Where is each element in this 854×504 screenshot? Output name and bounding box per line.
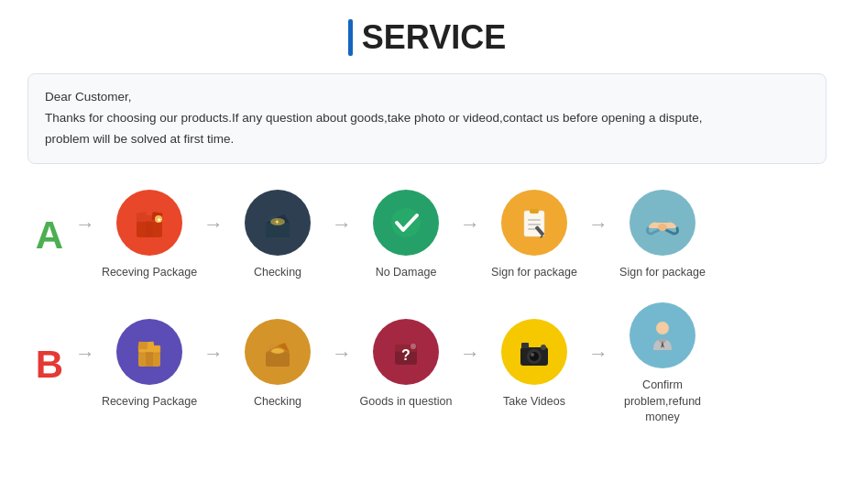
flow-b: B → Receving Package →	[27, 302, 827, 426]
title-accent-bar	[348, 19, 353, 56]
arrow-a4: →	[588, 213, 608, 258]
svg-rect-2	[136, 212, 147, 221]
svg-rect-4	[146, 221, 153, 237]
icon-sign-orange	[501, 190, 567, 256]
step-b5: Confirm problem,refund money	[612, 302, 713, 426]
step-a1: ★ Receving Package	[99, 190, 200, 281]
step-a2: ✦ Checking	[227, 190, 328, 281]
icon-question-darkred: ?	[373, 319, 439, 385]
notice-line3: problem will be solved at first time.	[45, 129, 809, 150]
icon-camera-yellow	[501, 319, 567, 385]
flow-b-label: B	[27, 343, 71, 387]
step-a5-label: Sign for package	[619, 265, 706, 281]
svg-point-39	[656, 322, 669, 334]
step-a5: Sign for package	[612, 190, 713, 281]
flow-a: A → ★ Receving Package →	[27, 190, 827, 281]
notice-line2: Thanks for choosing our products.If any …	[45, 108, 809, 129]
svg-text:✦: ✦	[274, 218, 280, 226]
flow-a-label: A	[27, 214, 71, 257]
svg-rect-27	[266, 352, 290, 367]
svg-rect-26	[138, 341, 148, 349]
arrow-a3: →	[460, 213, 480, 258]
icon-box-red: ★	[116, 190, 182, 256]
arrow-b4: →	[588, 342, 608, 388]
step-a2-label: Checking	[254, 265, 301, 281]
icon-handshake-blue	[630, 190, 695, 256]
svg-rect-15	[528, 219, 541, 221]
svg-rect-17	[528, 228, 536, 230]
step-a4-label: Sign for package	[491, 265, 577, 281]
svg-point-36	[531, 353, 534, 356]
arrow-b1: →	[203, 342, 224, 388]
arrow-a0: →	[75, 213, 95, 258]
arrow-b0: →	[75, 342, 95, 388]
step-b4: Take Videos	[484, 319, 585, 411]
svg-rect-16	[528, 224, 541, 225]
svg-text:?: ?	[401, 347, 411, 363]
svg-rect-23	[146, 352, 153, 367]
step-b4-label: Take Videos	[503, 394, 565, 411]
arrow-b3: →	[460, 342, 480, 388]
icon-box-golden	[245, 319, 311, 385]
svg-point-38	[541, 345, 546, 350]
svg-point-20	[658, 224, 667, 231]
icon-box-purple	[116, 319, 182, 385]
step-b1-label: Receving Package	[102, 394, 197, 411]
icon-check-green	[373, 190, 439, 256]
svg-rect-14	[530, 209, 539, 214]
step-a4: Sign for package	[484, 190, 585, 281]
step-a3-label: No Damage	[376, 265, 437, 281]
step-b1: Receving Package	[99, 319, 200, 411]
arrow-a2: →	[332, 213, 352, 258]
notice-box: Dear Customer, Thanks for choosing our p…	[27, 73, 827, 164]
arrow-b2: →	[332, 342, 352, 388]
arrow-a1: →	[203, 213, 224, 258]
icon-person-skyblue	[630, 302, 695, 368]
step-a3: No Damage	[356, 190, 456, 281]
page-title: SERVICE	[27, 18, 827, 57]
step-b2-label: Checking	[254, 394, 301, 411]
svg-point-28	[271, 348, 284, 354]
notice-line1: Dear Customer,	[45, 87, 809, 108]
svg-point-32	[411, 344, 416, 349]
step-b3: ? Goods in question	[356, 319, 456, 411]
step-b2: Checking	[227, 319, 328, 411]
step-a1-label: Receving Package	[102, 265, 197, 281]
step-b3-label: Goods in question	[360, 394, 453, 411]
svg-point-35	[530, 352, 539, 361]
title-text: SERVICE	[362, 18, 506, 57]
icon-box-dark: ✦	[245, 190, 311, 256]
svg-rect-37	[521, 343, 529, 348]
step-b5-label: Confirm problem,refund money	[612, 378, 713, 426]
